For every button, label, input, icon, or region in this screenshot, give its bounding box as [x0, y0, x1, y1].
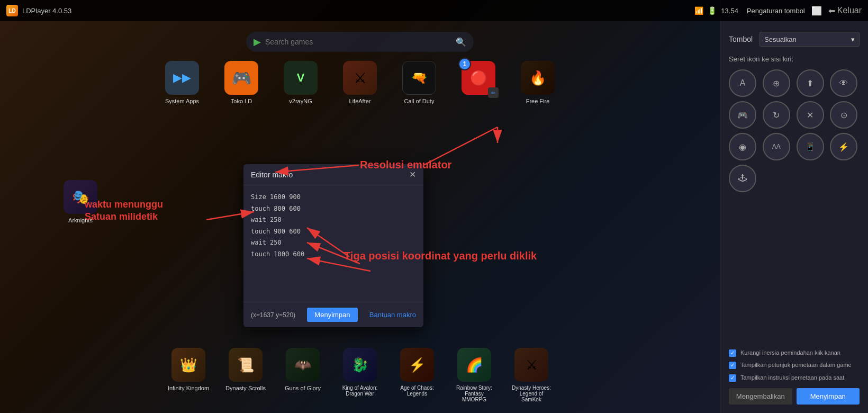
- menyimpan-panel-button[interactable]: Menyimpan: [797, 388, 860, 405]
- minimize-button[interactable]: ⬜: [811, 6, 822, 16]
- main-content: ▶ 🔍 ▶▶ System Apps 🎮 Toko LD V v2rayNG ⚔: [0, 21, 720, 413]
- macro-editor-modal: Editor makro ✕ Size 1600 900 touch 800 6…: [243, 164, 423, 327]
- modal-header: Editor makro ✕: [243, 164, 423, 185]
- icon-circle-e[interactable]: ◉: [729, 133, 756, 160]
- topbar-controls[interactable]: Pengaturan tombol ⬜ ⬅ Keluar: [747, 6, 862, 16]
- checkbox-row-1[interactable]: ✓ Kurangi inersia pemindahan klik kanan: [729, 349, 860, 357]
- icon-phone[interactable]: 📱: [797, 133, 824, 160]
- checkbox-label-3: Tampilkan instruksi pemetaan pada saat: [740, 374, 844, 382]
- modal-footer: (x=1637 y=520) Menyimpan Bantuan makro: [243, 302, 423, 327]
- icon-plus[interactable]: ⊕: [763, 69, 790, 97]
- checkboxes: ✓ Kurangi inersia pemindahan klik kanan …: [729, 349, 860, 382]
- bantuan-makro-button[interactable]: Bantuan makro: [369, 311, 416, 319]
- app-title: LDPlayer 4.0.53: [22, 7, 71, 15]
- icon-eye[interactable]: 👁: [830, 69, 857, 97]
- battery-icon: 🔋: [708, 6, 717, 15]
- checkbox-3[interactable]: ✓: [729, 374, 736, 382]
- macro-line-2: touch 800 600: [251, 203, 416, 215]
- keyboard-settings-label[interactable]: Pengaturan tombol: [747, 7, 805, 15]
- topbar-icons: 📶 🔋 13.54: [694, 6, 738, 15]
- checkbox-row-3[interactable]: ✓ Tampilkan instruksi pemetaan pada saat: [729, 374, 860, 382]
- clock: 13.54: [721, 7, 738, 15]
- topbar-right: 📶 🔋 13.54 Pengaturan tombol ⬜ ⬅ Keluar: [694, 6, 862, 16]
- icon-A[interactable]: A: [729, 69, 756, 97]
- topbar: LD LDPlayer 4.0.53 📶 🔋 13.54 Pengaturan …: [0, 0, 868, 21]
- close-icon: ⬅: [828, 6, 835, 16]
- coords-display: (x=1637 y=520): [251, 311, 295, 319]
- menyimpan-modal-button[interactable]: Menyimpan: [307, 308, 357, 322]
- checkbox-2[interactable]: ✓: [729, 362, 736, 369]
- ld-logo: LD: [6, 5, 18, 16]
- tombol-row: Tombol Sesuaikan ▾: [729, 32, 860, 47]
- checkbox-label-2: Tampilkan petunjuk pemetaan dalam game: [740, 361, 852, 369]
- icon-grid-row3: ◉ AA 📱 ⚡: [729, 133, 860, 160]
- macro-line-4: touch 900 600: [251, 226, 416, 238]
- drag-hint: Seret ikon ke sisi kiri:: [729, 55, 860, 63]
- modal-overlay: Editor makro ✕ Size 1600 900 touch 800 6…: [0, 21, 720, 413]
- icon-rotate[interactable]: ↻: [763, 101, 790, 129]
- right-panel: Tombol Sesuaikan ▾ Seret ikon ke sisi ki…: [720, 0, 868, 413]
- macro-line-6: touch 1000 600: [251, 249, 416, 261]
- chevron-down-icon: ▾: [851, 35, 855, 43]
- checkbox-row-2[interactable]: ✓ Tampilkan petunjuk pemetaan dalam game: [729, 361, 860, 369]
- icon-grid-row1: A ⊕ ⬆ 👁: [729, 69, 860, 97]
- icon-gamepad2[interactable]: 🕹: [729, 165, 756, 192]
- topbar-left: LD LDPlayer 4.0.53: [6, 5, 71, 16]
- icon-grid-row2: 🎮 ↻ ✕ ⊙: [729, 101, 860, 129]
- wifi-icon: 📶: [694, 6, 703, 15]
- icon-target[interactable]: ⊙: [830, 101, 857, 129]
- checkbox-1[interactable]: ✓: [729, 349, 736, 357]
- icon-lightning[interactable]: ⚡: [830, 133, 857, 160]
- checkbox-label-1: Kurangi inersia pemindahan klik kanan: [740, 349, 840, 357]
- tombol-label: Tombol: [729, 35, 755, 43]
- macro-line-1: Size 1600 900: [251, 192, 416, 203]
- mengembalikan-button[interactable]: Mengembalikan: [729, 388, 792, 405]
- icon-gamepad[interactable]: 🎮: [729, 101, 756, 129]
- modal-close-button[interactable]: ✕: [409, 169, 416, 179]
- icon-grid-row4: 🕹: [729, 165, 860, 192]
- macro-line-5: wait 250: [251, 237, 416, 249]
- icon-pointer[interactable]: ⬆: [797, 69, 824, 97]
- sesuaikan-select[interactable]: Sesuaikan ▾: [760, 32, 860, 47]
- modal-title: Editor makro: [251, 170, 293, 179]
- close-button[interactable]: ⬅ Keluar: [828, 6, 862, 16]
- modal-body[interactable]: Size 1600 900 touch 800 600 wait 250 tou…: [243, 185, 423, 302]
- macro-line-3: wait 250: [251, 214, 416, 226]
- icon-AA[interactable]: AA: [763, 133, 790, 160]
- icon-cross[interactable]: ✕: [797, 101, 824, 129]
- panel-footer: Mengembalikan Menyimpan: [729, 388, 860, 405]
